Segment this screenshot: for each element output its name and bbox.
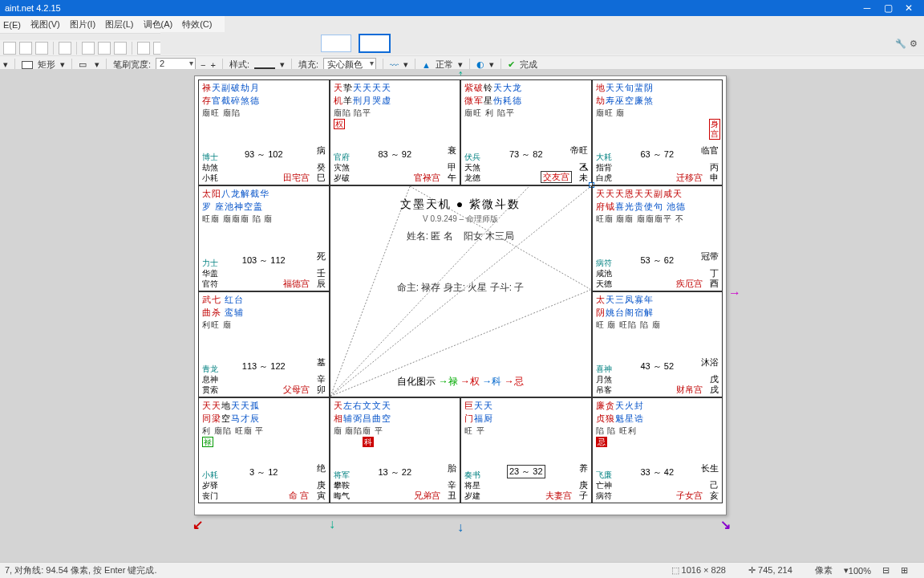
- menu-color[interactable]: 调色(A): [144, 18, 173, 31]
- wrench-icon[interactable]: 🔧: [895, 39, 906, 50]
- status-dims: ⬚ 1016 × 828: [671, 565, 737, 576]
- palace-yin: 天天地天天孤 同梁空马才辰 利 廟陷 旺廟 平 禄 小耗岁驿丧门 3 ～ 12 …: [198, 397, 330, 503]
- close-button[interactable]: ✕: [898, 2, 919, 14]
- title-bar: aint.net 4.2.15 ─ ▢ ✕: [0, 0, 924, 16]
- status-bar: 7, 对角线: 94.54 像素, 按 Enter 键完成. ⬚ 1016 × …: [0, 562, 924, 578]
- normal-icon[interactable]: ▲: [422, 60, 431, 70]
- chart-version: V 0.9.249 – 命理师版: [330, 214, 591, 225]
- shape-rect-icon[interactable]: [22, 61, 33, 69]
- ziwei-chart: 禄天副破劫月 存官截碎煞德 廟旺 廟陷 博士劫煞小耗 93 ～ 102 病癸巳 …: [198, 79, 723, 511]
- canvas-viewport[interactable]: ↑ → ↙ ↓ ↘ ↓ ↗ 禄天副破劫月 存官截碎煞德 廟旺 廟陷 博士劫煞小耗…: [0, 69, 924, 562]
- brush-plus[interactable]: +: [211, 60, 216, 70]
- palace-zi: 巨天天 门福厨 旺 平 奏书将星岁建 23 ～ 32 养庚子 夫妻宫: [460, 397, 592, 503]
- palace-xu: 太天三凤寡年 阴姚台阁宿解 旺 廟 旺陷 陷 廟 喜神月煞吊客 43 ～ 52 …: [592, 291, 723, 397]
- menu-image[interactable]: 图片(I): [70, 18, 95, 31]
- zoom-out-icon[interactable]: ⊟: [882, 565, 890, 576]
- zoom-in-icon[interactable]: ⊞: [901, 565, 908, 576]
- palace-wei: 紫破铃天大龙 微军星伤耗德 廟旺 利 陷平 伏兵天煞龙德 73 ～ 82 帝旺乙…: [460, 79, 592, 185]
- palace-wu: 天挚天天天天 机羊刑月哭虚 廟陷 陷平 权 官府灾煞岁破 83 ～ 92 衰甲午…: [330, 79, 461, 185]
- palace-mao: 武七 红台 曲杀 鸾辅 利旺 廟 青龙息神贯索 113 ～ 122 墓辛卯 父母…: [198, 291, 330, 397]
- palace-chou: 天左右文文天 相辅弼昌曲空 廟 廟陷廟 平 科 将军攀鞍晦气 13 ～ 22 胎…: [330, 397, 461, 503]
- chart-masters: 命主: 禄存 身主: 火星 子斗: 子: [330, 281, 591, 295]
- min-button[interactable]: ─: [857, 2, 877, 14]
- palace-you: 天天天恩天天副咸天 府钺喜光贵使句 池德 旺廟 廟廟 廟廟廟平 不 病符咸池天德…: [592, 185, 723, 291]
- curve-icon[interactable]: 〰: [390, 60, 399, 70]
- copy-icon[interactable]: [98, 42, 111, 55]
- palace-shen: 地天天旬蜚阴 劫寿巫空廉煞 廟旺 廟 身宫 大耗指背白虎 63 ～ 72 临官丙…: [592, 79, 723, 185]
- arrow-bl: ↙: [192, 517, 203, 532]
- menu-bar: E(E) 视图(V) 图片(I) 图层(L) 调色(A) 特效(C): [0, 16, 225, 34]
- thumb-2[interactable]: [359, 35, 390, 52]
- chart-info: 姓名: 匿 名 阳女 木三局: [330, 230, 591, 243]
- undo-icon[interactable]: [137, 42, 150, 55]
- paste-icon[interactable]: [114, 42, 127, 55]
- menu-edit[interactable]: E(E): [3, 20, 21, 30]
- print-icon[interactable]: [59, 42, 71, 55]
- cursor-icon: ↖: [582, 162, 590, 173]
- status-zoom[interactable]: 100%: [849, 566, 871, 576]
- palace-hai: 廉贪天火封 贞狼魁星诰 陷 陷 旺利 忌 飞廉亡神病符 33 ～ 42 长生己亥…: [592, 397, 723, 503]
- arrow-right: →: [728, 286, 741, 300]
- image-thumb-strip: [160, 32, 924, 55]
- palace-si: 禄天副破劫月 存官截碎煞德 廟旺 廟陷 博士劫煞小耗 93 ～ 102 病癸巳 …: [198, 79, 330, 185]
- chart-title: 文墨天机 ● 紫微斗数: [330, 197, 591, 212]
- gear-icon[interactable]: ⚙: [910, 39, 921, 50]
- arrow-b2: ↓: [329, 517, 335, 531]
- menu-effects[interactable]: 特效(C): [182, 18, 212, 31]
- arrow-bottom: ↓: [457, 520, 464, 535]
- new-icon[interactable]: [3, 42, 16, 55]
- image-canvas[interactable]: 禄天副破劫月 存官截碎煞德 廟旺 廟陷 博士劫煞小耗 93 ～ 102 病癸巳 …: [194, 75, 727, 515]
- brush-minus[interactable]: −: [201, 60, 205, 70]
- arrow-br: ↘: [720, 517, 731, 532]
- app-title: aint.net 4.2.15: [5, 3, 61, 13]
- palace-chen: 太阳八龙解截华 罗 座池神空盖 旺廟 廟廟廟 陷 廟 力士华盖官符 103 ～ …: [198, 185, 330, 291]
- cut-icon[interactable]: [82, 42, 95, 55]
- menu-view[interactable]: 视图(V): [30, 18, 60, 31]
- shen-badge: 身宫: [709, 119, 720, 140]
- status-hint: 7, 对角线: 94.54 像素, 按 Enter 键完成.: [5, 564, 157, 576]
- status-unit[interactable]: 像素: [815, 564, 833, 576]
- thumb-1[interactable]: [321, 35, 351, 52]
- menu-layer[interactable]: 图层(L): [105, 18, 133, 31]
- open-icon[interactable]: [19, 42, 32, 55]
- max-button[interactable]: ▢: [877, 2, 898, 14]
- center-panel: 文墨天机 ● 紫微斗数 V 0.9.249 – 命理师版 姓名: 匿 名 阳女 …: [330, 185, 592, 397]
- save-icon[interactable]: [35, 42, 48, 55]
- status-pos: ✛ 745, 214: [748, 565, 804, 576]
- legend: 自化图示 →禄 →权 →科 →忌: [330, 375, 591, 389]
